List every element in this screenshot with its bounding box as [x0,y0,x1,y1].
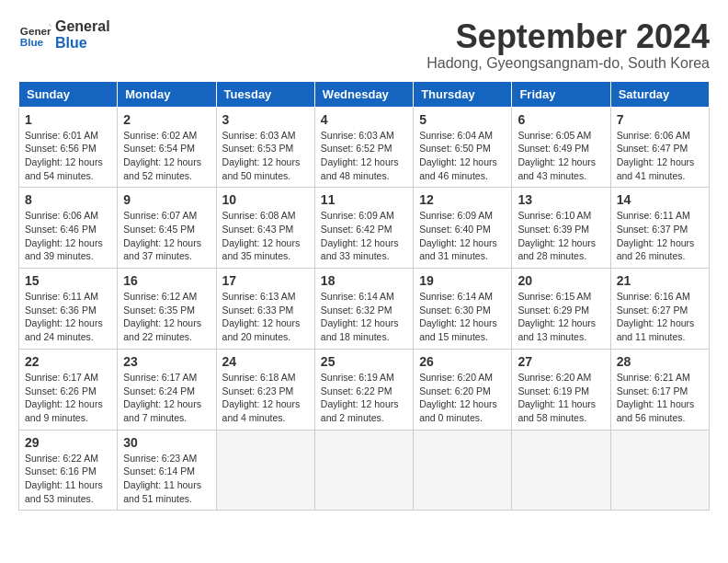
calendar-header-saturday: Saturday [610,81,709,107]
day-info: Sunrise: 6:06 AMSunset: 6:46 PMDaylight:… [25,209,111,263]
day-number: 8 [25,192,111,207]
calendar-cell [314,430,413,511]
calendar-cell: 3Sunrise: 6:03 AMSunset: 6:53 PMDaylight… [216,107,314,188]
calendar-cell: 20Sunrise: 6:15 AMSunset: 6:29 PMDayligh… [512,269,610,350]
calendar-cell: 22Sunrise: 6:17 AMSunset: 6:26 PMDayligh… [19,349,118,430]
calendar-cell: 24Sunrise: 6:18 AMSunset: 6:23 PMDayligh… [216,349,314,430]
day-info: Sunrise: 6:13 AMSunset: 6:33 PMDaylight:… [222,290,309,344]
calendar-cell [512,430,610,511]
calendar-cell: 26Sunrise: 6:20 AMSunset: 6:20 PMDayligh… [414,349,512,430]
day-number: 11 [321,192,407,207]
day-number: 23 [123,354,210,369]
svg-text:Blue: Blue [20,36,44,48]
day-info: Sunrise: 6:22 AMSunset: 6:16 PMDaylight:… [25,452,111,506]
calendar-header-monday: Monday [118,81,216,107]
day-number: 15 [25,273,111,288]
calendar-cell: 30Sunrise: 6:23 AMSunset: 6:14 PMDayligh… [118,430,216,511]
calendar-header-row: SundayMondayTuesdayWednesdayThursdayFrid… [19,81,710,107]
calendar-cell [414,430,512,511]
day-number: 17 [222,273,309,288]
day-info: Sunrise: 6:21 AMSunset: 6:17 PMDaylight:… [617,371,703,425]
day-number: 13 [518,192,604,207]
day-info: Sunrise: 6:07 AMSunset: 6:45 PMDaylight:… [123,209,210,263]
month-title: September 2024 [427,18,710,55]
day-number: 12 [419,192,506,207]
day-info: Sunrise: 6:17 AMSunset: 6:24 PMDaylight:… [123,371,210,425]
day-number: 14 [617,192,703,207]
day-number: 10 [222,192,309,207]
calendar-header-tuesday: Tuesday [216,81,314,107]
calendar-cell: 17Sunrise: 6:13 AMSunset: 6:33 PMDayligh… [216,269,314,350]
calendar-cell: 25Sunrise: 6:19 AMSunset: 6:22 PMDayligh… [314,349,413,430]
logo-icon: General Blue [18,18,51,52]
calendar-cell: 13Sunrise: 6:10 AMSunset: 6:39 PMDayligh… [512,188,610,269]
calendar-cell: 5Sunrise: 6:04 AMSunset: 6:50 PMDaylight… [414,107,512,188]
calendar-week-5: 29Sunrise: 6:22 AMSunset: 6:16 PMDayligh… [19,430,710,511]
calendar-cell: 29Sunrise: 6:22 AMSunset: 6:16 PMDayligh… [19,430,118,511]
day-info: Sunrise: 6:18 AMSunset: 6:23 PMDaylight:… [222,371,309,425]
calendar-cell: 23Sunrise: 6:17 AMSunset: 6:24 PMDayligh… [118,349,216,430]
day-number: 4 [321,112,407,127]
calendar-cell: 4Sunrise: 6:03 AMSunset: 6:52 PMDaylight… [314,107,413,188]
day-info: Sunrise: 6:15 AMSunset: 6:29 PMDaylight:… [518,290,604,344]
day-number: 24 [222,354,309,369]
day-info: Sunrise: 6:20 AMSunset: 6:20 PMDaylight:… [419,371,506,425]
day-number: 30 [123,435,210,450]
day-number: 28 [617,354,703,369]
calendar-cell: 11Sunrise: 6:09 AMSunset: 6:42 PMDayligh… [314,188,413,269]
day-info: Sunrise: 6:11 AMSunset: 6:36 PMDaylight:… [25,290,111,344]
calendar-cell [610,430,709,511]
calendar-header-sunday: Sunday [19,81,118,107]
title-block: September 2024 Hadong, Gyeongsangnam-do,… [427,18,710,72]
calendar-table: SundayMondayTuesdayWednesdayThursdayFrid… [18,81,710,511]
calendar-cell: 9Sunrise: 6:07 AMSunset: 6:45 PMDaylight… [118,188,216,269]
day-number: 22 [25,354,111,369]
day-info: Sunrise: 6:20 AMSunset: 6:19 PMDaylight:… [518,371,604,425]
calendar-week-4: 22Sunrise: 6:17 AMSunset: 6:26 PMDayligh… [19,349,710,430]
calendar-cell: 12Sunrise: 6:09 AMSunset: 6:40 PMDayligh… [414,188,512,269]
day-info: Sunrise: 6:12 AMSunset: 6:35 PMDaylight:… [123,290,210,344]
calendar-cell: 14Sunrise: 6:11 AMSunset: 6:37 PMDayligh… [610,188,709,269]
logo: General Blue General Blue [18,18,110,52]
day-info: Sunrise: 6:17 AMSunset: 6:26 PMDaylight:… [25,371,111,425]
day-number: 21 [617,273,703,288]
calendar-week-2: 8Sunrise: 6:06 AMSunset: 6:46 PMDaylight… [19,188,710,269]
day-number: 20 [518,273,604,288]
day-info: Sunrise: 6:04 AMSunset: 6:50 PMDaylight:… [419,129,506,183]
day-info: Sunrise: 6:01 AMSunset: 6:56 PMDaylight:… [25,129,111,183]
day-info: Sunrise: 6:10 AMSunset: 6:39 PMDaylight:… [518,209,604,263]
calendar-cell: 2Sunrise: 6:02 AMSunset: 6:54 PMDaylight… [118,107,216,188]
day-info: Sunrise: 6:14 AMSunset: 6:32 PMDaylight:… [321,290,407,344]
calendar-cell: 6Sunrise: 6:05 AMSunset: 6:49 PMDaylight… [512,107,610,188]
day-number: 7 [617,112,703,127]
calendar-header-wednesday: Wednesday [314,81,413,107]
calendar-week-3: 15Sunrise: 6:11 AMSunset: 6:36 PMDayligh… [19,269,710,350]
calendar-cell: 8Sunrise: 6:06 AMSunset: 6:46 PMDaylight… [19,188,118,269]
calendar-cell: 21Sunrise: 6:16 AMSunset: 6:27 PMDayligh… [610,269,709,350]
day-number: 29 [25,435,111,450]
calendar-cell: 1Sunrise: 6:01 AMSunset: 6:56 PMDaylight… [19,107,118,188]
day-info: Sunrise: 6:19 AMSunset: 6:22 PMDaylight:… [321,371,407,425]
day-number: 1 [25,112,111,127]
day-info: Sunrise: 6:03 AMSunset: 6:53 PMDaylight:… [222,129,309,183]
calendar-cell: 7Sunrise: 6:06 AMSunset: 6:47 PMDaylight… [610,107,709,188]
calendar-cell: 15Sunrise: 6:11 AMSunset: 6:36 PMDayligh… [19,269,118,350]
calendar-header-friday: Friday [512,81,610,107]
calendar-cell: 10Sunrise: 6:08 AMSunset: 6:43 PMDayligh… [216,188,314,269]
day-info: Sunrise: 6:09 AMSunset: 6:42 PMDaylight:… [321,209,407,263]
day-info: Sunrise: 6:05 AMSunset: 6:49 PMDaylight:… [518,129,604,183]
day-info: Sunrise: 6:02 AMSunset: 6:54 PMDaylight:… [123,129,210,183]
calendar-cell: 18Sunrise: 6:14 AMSunset: 6:32 PMDayligh… [314,269,413,350]
calendar-cell: 27Sunrise: 6:20 AMSunset: 6:19 PMDayligh… [512,349,610,430]
calendar-cell [216,430,314,511]
subtitle: Hadong, Gyeongsangnam-do, South Korea [427,55,710,72]
day-number: 27 [518,354,604,369]
day-info: Sunrise: 6:06 AMSunset: 6:47 PMDaylight:… [617,129,703,183]
calendar-cell: 28Sunrise: 6:21 AMSunset: 6:17 PMDayligh… [610,349,709,430]
day-info: Sunrise: 6:03 AMSunset: 6:52 PMDaylight:… [321,129,407,183]
day-number: 25 [321,354,407,369]
day-number: 16 [123,273,210,288]
calendar-week-1: 1Sunrise: 6:01 AMSunset: 6:56 PMDaylight… [19,107,710,188]
day-number: 3 [222,112,309,127]
day-number: 18 [321,273,407,288]
